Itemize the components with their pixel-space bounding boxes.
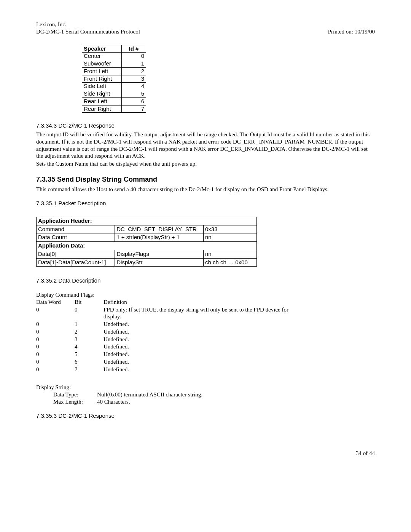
cell: 0: [36, 358, 75, 366]
cell: 0: [36, 366, 75, 374]
cell: 0: [36, 321, 75, 328]
cell: Center: [82, 53, 122, 60]
cell: Side Left: [82, 83, 122, 90]
table-row: Front Right3: [82, 75, 146, 83]
cell: 1 + strlen(DisplayStr) + 1: [115, 233, 204, 242]
table-row: 03Undefined.: [36, 336, 307, 343]
table-row: Command DC_CMD_SET_DISPLAY_STR 0x33: [37, 225, 257, 233]
cell: FPD only: If set TRUE, the display strin…: [104, 306, 307, 321]
section-7335-heading: 7.3.35 Send Display String Command: [36, 175, 375, 184]
table-row: Rear Right7: [82, 105, 146, 113]
table-row: 07Undefined.: [36, 366, 307, 374]
col-header-id: Id #: [122, 45, 146, 53]
table-row: Data Count 1 + strlen(DisplayStr) + 1 nn: [37, 233, 257, 242]
cell: 1: [122, 60, 146, 68]
cell: Data Count: [37, 233, 115, 242]
packet-description-table: Application Header: Command DC_CMD_SET_D…: [36, 217, 257, 267]
cell: Undefined.: [104, 321, 307, 328]
cell: 4: [75, 343, 104, 351]
data-type-label: Data Type:: [53, 391, 97, 398]
cell: Undefined.: [104, 328, 307, 336]
flags-label: Display Command Flags:: [36, 291, 375, 299]
col-header-dataword: Data Word: [36, 299, 75, 306]
table-row: 02Undefined.: [36, 328, 307, 336]
max-length-value: 40 Characters.: [97, 398, 130, 406]
cell: 7: [122, 105, 146, 113]
cell: Side Right: [82, 90, 122, 98]
cell: 0: [122, 53, 146, 60]
cell: 0: [36, 351, 75, 358]
table-row: Center0: [82, 53, 146, 60]
max-length-label: Max Length:: [53, 398, 97, 406]
cell: Command: [37, 225, 115, 233]
cell: 0: [36, 328, 75, 336]
table-row: Data[1]-Data[DataCount-1] DisplayStr ch …: [37, 258, 257, 267]
cell: 5: [122, 90, 146, 98]
table-row: Side Left4: [82, 83, 146, 90]
printed-on: Printed on: 10/19/00: [328, 28, 375, 35]
cell: 0: [36, 336, 75, 343]
table-row: 01Undefined.: [36, 321, 307, 328]
cell: Subwoofer: [82, 60, 122, 68]
section-73343-body2: Sets the Custom Name that can be display…: [36, 160, 375, 168]
header-right: Printed on: 10/19/00: [328, 21, 375, 35]
cell: 7: [75, 366, 104, 374]
cell: Front Left: [82, 67, 122, 75]
col-header-speaker: Speaker: [82, 45, 122, 53]
table-row: 05Undefined.: [36, 351, 307, 358]
section-73343-heading: 7.3.34.3 DC-2/MC-1 Response: [36, 122, 375, 129]
cell: 0: [75, 306, 104, 321]
app-data-row: Application Data:: [37, 242, 257, 250]
cell: 6: [122, 97, 146, 105]
table-row: 04Undefined.: [36, 343, 307, 351]
col-header-bit: Bit: [75, 299, 104, 306]
cell: 3: [122, 75, 146, 83]
cell: Rear Right: [82, 105, 122, 113]
cell: 0: [36, 343, 75, 351]
cell: 0: [36, 306, 75, 321]
table-row: Subwoofer1: [82, 60, 146, 68]
doc-title: DC-2/MC-1 Serial Communications Protocol: [36, 28, 140, 35]
table-row: 06Undefined.: [36, 358, 307, 366]
cell: 3: [75, 336, 104, 343]
cell: DisplayStr: [115, 258, 204, 267]
table-row: Data[0] DisplayFlags nn: [37, 250, 257, 258]
cell: nn: [204, 250, 257, 258]
cell: DC_CMD_SET_DISPLAY_STR: [115, 225, 204, 233]
table-row: Front Left2: [82, 67, 146, 75]
cell: Undefined.: [104, 336, 307, 343]
cell: 1: [75, 321, 104, 328]
section-73343-body: The output ID will be verified for valid…: [36, 131, 375, 160]
section-73352-heading: 7.3.35.2 Data Description: [36, 277, 375, 284]
cell: Undefined.: [104, 351, 307, 358]
section-73353-heading: 7.3.35.3 DC-2/MC-1 Response: [36, 412, 375, 420]
cell: 0x33: [204, 225, 257, 233]
cell: nn: [204, 233, 257, 242]
cell: 2: [122, 67, 146, 75]
cell: Undefined.: [104, 343, 307, 351]
flags-table: Data Word Bit Definition 00FPD only: If …: [36, 299, 307, 374]
table-row: Side Right5: [82, 90, 146, 98]
cell: ch ch ch … 0x00: [204, 258, 257, 267]
data-type-value: Null(0x00) terminated ASCII character st…: [97, 391, 202, 398]
header-left: Lexicon, Inc. DC-2/MC-1 Serial Communica…: [36, 21, 140, 35]
cell: Data[1]-Data[DataCount-1]: [37, 258, 115, 267]
cell: 2: [75, 328, 104, 336]
cell: DisplayFlags: [115, 250, 204, 258]
table-row: 00FPD only: If set TRUE, the display str…: [36, 306, 307, 321]
company-name: Lexicon, Inc.: [36, 21, 140, 28]
cell: Data[0]: [37, 250, 115, 258]
app-header-row: Application Header:: [37, 217, 257, 225]
section-7335-body: This command allows the Host to send a 4…: [36, 186, 375, 193]
page-header: Lexicon, Inc. DC-2/MC-1 Serial Communica…: [36, 21, 375, 35]
cell: Rear Left: [82, 97, 122, 105]
page-footer: 34 of 44: [36, 450, 375, 457]
cell: Front Right: [82, 75, 122, 83]
col-header-definition: Definition: [104, 299, 307, 306]
cell: 6: [75, 358, 104, 366]
speaker-id-table: Speaker Id # Center0 Subwoofer1 Front Le…: [82, 45, 146, 113]
cell: Undefined.: [104, 358, 307, 366]
cell: 4: [122, 83, 146, 90]
display-string-section: Display String: Data Type: Null(0x00) te…: [36, 384, 375, 405]
table-row: Rear Left6: [82, 97, 146, 105]
